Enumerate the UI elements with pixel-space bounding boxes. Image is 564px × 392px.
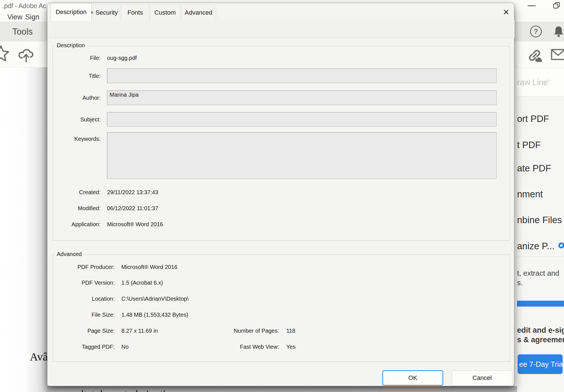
location-row: Location: C:\Users\AdrianV\Desktop\ — [53, 294, 509, 303]
pdf-version-row: PDF Version: 1.5 (Acrobat 6.x) — [53, 278, 509, 287]
subject-label: Subject: — [53, 112, 101, 127]
tool-create-pdf[interactable]: ate PDF — [517, 163, 551, 174]
tab-security[interactable]: Security — [93, 4, 120, 20]
document-text-fragment: Avâ — [30, 350, 48, 363]
author-row: Author: — [53, 90, 509, 105]
modified-value: 06/12/2022 11:01:37 — [107, 204, 158, 212]
tool-comment[interactable]: nment — [517, 189, 543, 200]
tool-organize-pages[interactable]: anize P... — [517, 241, 554, 251]
tagged-pdf-label: Tagged PDF: — [53, 343, 115, 351]
window-title: .pdf - Adobe Ac — [2, 2, 46, 10]
tab-fonts[interactable]: Fonts — [121, 4, 149, 20]
fast-web-view-label: Fast Web View: — [194, 343, 279, 351]
file-value: oug-sgg.pdf — [107, 54, 137, 62]
share-link-icon[interactable] — [527, 48, 542, 64]
ok-button[interactable]: OK — [382, 370, 443, 386]
keywords-row: Keywords: — [53, 132, 509, 179]
subject-row: Subject: — [53, 112, 509, 127]
title-label: Title: — [53, 69, 101, 83]
panel-divider — [517, 257, 564, 257]
keywords-label: Keywords: — [53, 135, 101, 143]
created-row: Created: 29/11/2022 13:37:43 — [53, 188, 509, 196]
file-row: File: oug-sgg.pdf — [53, 54, 509, 62]
menu-view[interactable]: View — [7, 13, 22, 21]
tools-panel-header — [517, 42, 564, 68]
fast-web-view-value: Yes — [286, 343, 296, 351]
file-size-value: 1.48 MB (1,553,432 Bytes) — [121, 311, 188, 319]
bell-icon[interactable] — [552, 25, 564, 39]
file-size-label: File Size: — [53, 311, 115, 319]
close-icon[interactable]: ✕ — [499, 6, 513, 18]
modified-row: Modified: 06/12/2022 11:01:37 — [53, 204, 509, 212]
pdf-producer-label: PDF Producer: — [53, 263, 115, 271]
restore-icon[interactable] — [552, 1, 561, 11]
help-icon[interactable]: ? — [530, 26, 542, 37]
cloud-upload-icon[interactable] — [18, 47, 34, 64]
file-size-row: File Size: 1.48 MB (1,553,432 Bytes) — [53, 311, 509, 319]
free-trial-button[interactable]: ee 7-Day Trial — [518, 354, 563, 374]
promo-bold-line: s & agreements — [517, 336, 564, 344]
minimize-icon[interactable] — [528, 5, 536, 6]
page-size-row: Page Size: 8.27 x 11.69 in Number of Pag… — [53, 327, 509, 335]
promo-text-line: t, extract and — [517, 269, 559, 278]
created-value: 29/11/2022 13:37:43 — [107, 188, 158, 196]
pdf-page-bottom-edge: ltatul t l i ti — [47, 386, 517, 392]
tagged-pdf-value: No — [121, 343, 129, 351]
cancel-button[interactable]: Cancel — [452, 370, 512, 386]
mail-icon[interactable] — [551, 48, 564, 62]
title-input[interactable] — [107, 69, 497, 83]
keywords-input[interactable] — [107, 132, 497, 179]
title-row: Title: — [53, 69, 509, 84]
pdf-version-label: PDF Version: — [53, 278, 115, 287]
pdf-producer-row: PDF Producer: Microsoft® Word 2016 — [53, 263, 509, 271]
location-label: Location: — [53, 294, 115, 303]
hidden-action-button-edge[interactable] — [517, 301, 564, 307]
tab-tools[interactable]: Tools — [12, 27, 33, 37]
pdf-version-value: 1.5 (Acrobat 6.x) — [121, 278, 163, 287]
pdf-page-left-edge: Avâ fapt — [0, 67, 47, 392]
application-value: Microsoft® Word 2016 — [107, 220, 163, 228]
tab-custom[interactable]: Custom — [150, 4, 180, 20]
dialog-tabstrip — [47, 21, 515, 38]
subject-input[interactable] — [107, 112, 497, 127]
tab-description[interactable]: Description — [51, 3, 92, 21]
application-label: Application: — [53, 220, 101, 228]
promo-bold-line: edit and e-sign — [517, 326, 564, 335]
star-icon[interactable] — [0, 44, 10, 64]
author-label: Author: — [53, 90, 101, 105]
menu-sign[interactable]: Sign — [25, 13, 39, 21]
document-properties-dialog: Document Properties ✕ Description Securi… — [47, 3, 514, 386]
tab-advanced[interactable]: Advanced — [181, 4, 216, 20]
promo-text-line: s. — [517, 278, 523, 287]
pdf-producer-value: Microsoft® Word 2016 — [121, 263, 177, 271]
author-input[interactable] — [107, 90, 497, 105]
created-label: Created: — [53, 188, 101, 196]
tool-edit-pdf[interactable]: t PDF — [517, 140, 541, 150]
tools-panel: raw Line' ort PDF t PDF ate PDF nment nb… — [517, 42, 564, 392]
file-label: File: — [53, 54, 101, 62]
location-value: C:\Users\AdrianV\Desktop\ — [121, 294, 189, 303]
tool-combine-files[interactable]: nbine Files — [517, 215, 562, 225]
search-tools-text: raw Line' — [517, 78, 549, 87]
document-text-fragment: ltatul t l i ti — [81, 388, 166, 392]
page-size-value: 8.27 x 11.69 in — [121, 327, 158, 335]
application-row: Application: Microsoft® Word 2016 — [53, 220, 509, 228]
premium-star-icon — [558, 242, 564, 250]
tool-export-pdf[interactable]: ort PDF — [517, 114, 549, 124]
advanced-group-legend: Advanced — [55, 251, 83, 257]
description-group-legend: Description — [55, 42, 87, 49]
tagged-pdf-row: Tagged PDF: No Fast Web View: Yes — [53, 343, 509, 351]
number-of-pages-label: Number of Pages: — [194, 327, 279, 335]
modified-label: Modified: — [53, 204, 101, 212]
search-tools-bar[interactable]: raw Line' — [517, 68, 564, 97]
number-of-pages-value: 118 — [286, 327, 295, 335]
page-size-label: Page Size: — [53, 327, 115, 335]
